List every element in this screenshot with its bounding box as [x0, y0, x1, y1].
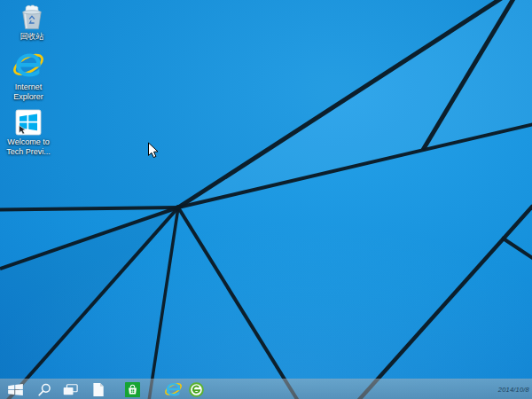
store-taskbar-button[interactable] — [121, 379, 144, 399]
search-button[interactable] — [34, 379, 55, 399]
windows-store-icon — [125, 382, 140, 397]
desktop-icon-welcome-tech-preview[interactable]: Welcome to Tech Previ... — [0, 109, 57, 156]
desktop-icon-label: 回收站 — [20, 32, 44, 42]
windows-start-icon — [8, 384, 23, 395]
search-icon — [38, 383, 51, 396]
browser-360-taskbar-button[interactable] — [184, 379, 207, 399]
desktop-icon-label: Explorer — [13, 92, 43, 102]
internet-explorer-taskbar-button[interactable] — [161, 379, 184, 399]
wallpaper-rays — [0, 0, 532, 399]
360-browser-icon — [189, 382, 204, 397]
recycle-bin-icon — [18, 4, 46, 30]
taskbar-clock[interactable]: 2014/10/8 — [498, 386, 529, 394]
desktop-icon-internet-explorer[interactable]: Internet Explorer — [0, 51, 57, 101]
desktop-icon-label: Welcome to — [7, 137, 49, 147]
taskbar: 2014/10/8 — [0, 379, 532, 399]
document-icon — [92, 382, 105, 397]
internet-explorer-icon — [12, 51, 44, 81]
desktop-icon-recycle-bin[interactable]: 回收站 — [4, 4, 60, 42]
document-taskbar-button[interactable] — [87, 379, 110, 399]
task-view-icon — [63, 384, 78, 395]
welcome-tile-icon — [15, 109, 42, 136]
internet-explorer-icon — [164, 381, 183, 398]
start-button[interactable] — [3, 379, 27, 399]
desktop: 回收站 Internet Explorer Welcome to Tech Pr… — [0, 0, 532, 399]
task-view-button[interactable] — [59, 379, 82, 399]
desktop-icon-label: Internet — [15, 82, 43, 92]
mouse-cursor-icon — [147, 142, 160, 160]
desktop-icon-label: Tech Previ... — [6, 147, 51, 157]
